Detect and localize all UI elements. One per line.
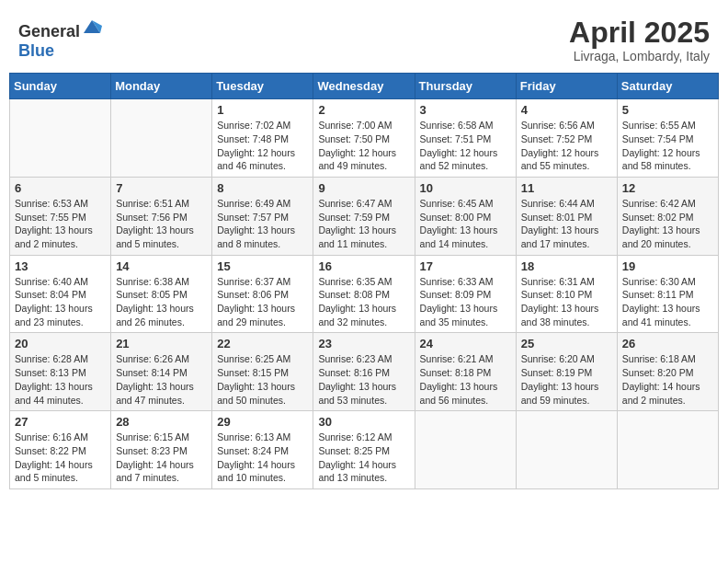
day-number: 14	[116, 259, 207, 273]
page-header: General Blue April 2025 Livraga, Lombard…	[9, 9, 719, 69]
weekday-header-row: SundayMondayTuesdayWednesdayThursdayFrid…	[10, 74, 719, 99]
day-info: Sunrise: 7:00 AM Sunset: 7:50 PM Dayligh…	[318, 119, 409, 173]
day-number: 15	[217, 259, 308, 273]
day-number: 23	[318, 337, 409, 350]
calendar-cell	[10, 99, 111, 178]
day-number: 17	[420, 259, 511, 273]
calendar-cell: 14Sunrise: 6:38 AM Sunset: 8:05 PM Dayli…	[111, 255, 212, 333]
calendar-cell: 4Sunrise: 6:56 AM Sunset: 7:52 PM Daylig…	[516, 99, 617, 178]
calendar-table: SundayMondayTuesdayWednesdayThursdayFrid…	[9, 73, 719, 489]
month-year: April 2025	[569, 17, 710, 49]
calendar-cell: 16Sunrise: 6:35 AM Sunset: 8:08 PM Dayli…	[313, 255, 415, 333]
day-info: Sunrise: 6:30 AM Sunset: 8:11 PM Dayligh…	[622, 275, 713, 329]
day-number: 25	[521, 337, 612, 350]
day-info: Sunrise: 6:23 AM Sunset: 8:16 PM Dayligh…	[318, 352, 409, 407]
calendar-cell: 5Sunrise: 6:55 AM Sunset: 7:54 PM Daylig…	[617, 99, 718, 178]
day-info: Sunrise: 6:31 AM Sunset: 8:10 PM Dayligh…	[521, 275, 612, 329]
day-info: Sunrise: 6:44 AM Sunset: 8:01 PM Dayligh…	[521, 197, 612, 251]
calendar-cell: 3Sunrise: 6:58 AM Sunset: 7:51 PM Daylig…	[415, 99, 516, 178]
calendar-cell: 30Sunrise: 6:12 AM Sunset: 8:25 PM Dayli…	[313, 411, 415, 489]
day-number: 4	[521, 103, 612, 117]
weekday-header-thursday: Thursday	[415, 74, 516, 99]
day-info: Sunrise: 6:49 AM Sunset: 7:57 PM Dayligh…	[217, 197, 308, 251]
day-number: 18	[521, 259, 612, 273]
calendar-cell: 13Sunrise: 6:40 AM Sunset: 8:04 PM Dayli…	[10, 255, 111, 333]
weekday-header-monday: Monday	[111, 74, 212, 99]
day-info: Sunrise: 6:28 AM Sunset: 8:13 PM Dayligh…	[15, 352, 106, 407]
calendar-cell	[617, 411, 718, 489]
calendar-cell: 27Sunrise: 6:16 AM Sunset: 8:22 PM Dayli…	[10, 411, 111, 489]
day-number: 9	[318, 181, 409, 195]
day-info: Sunrise: 7:02 AM Sunset: 7:48 PM Dayligh…	[217, 119, 308, 173]
day-info: Sunrise: 6:38 AM Sunset: 8:05 PM Dayligh…	[116, 275, 207, 329]
day-number: 8	[217, 181, 308, 195]
calendar-cell: 19Sunrise: 6:30 AM Sunset: 8:11 PM Dayli…	[617, 255, 718, 333]
calendar-cell: 23Sunrise: 6:23 AM Sunset: 8:16 PM Dayli…	[313, 333, 415, 411]
day-info: Sunrise: 6:18 AM Sunset: 8:20 PM Dayligh…	[622, 352, 713, 407]
day-number: 7	[116, 181, 207, 195]
day-number: 19	[622, 259, 713, 273]
day-number: 26	[622, 337, 713, 350]
calendar-cell: 9Sunrise: 6:47 AM Sunset: 7:59 PM Daylig…	[313, 177, 415, 255]
title-area: April 2025 Livraga, Lombardy, Italy	[569, 17, 710, 63]
day-info: Sunrise: 6:33 AM Sunset: 8:09 PM Dayligh…	[420, 275, 511, 329]
calendar-week-row: 13Sunrise: 6:40 AM Sunset: 8:04 PM Dayli…	[10, 255, 719, 333]
day-info: Sunrise: 6:45 AM Sunset: 8:00 PM Dayligh…	[420, 197, 511, 251]
calendar-cell: 11Sunrise: 6:44 AM Sunset: 8:01 PM Dayli…	[516, 177, 617, 255]
calendar-cell: 20Sunrise: 6:28 AM Sunset: 8:13 PM Dayli…	[10, 333, 111, 411]
day-number: 16	[318, 259, 409, 273]
calendar-cell: 6Sunrise: 6:53 AM Sunset: 7:55 PM Daylig…	[10, 177, 111, 255]
day-info: Sunrise: 6:20 AM Sunset: 8:19 PM Dayligh…	[521, 352, 612, 407]
day-number: 1	[217, 103, 308, 117]
day-info: Sunrise: 6:55 AM Sunset: 7:54 PM Dayligh…	[622, 119, 713, 173]
calendar-cell: 25Sunrise: 6:20 AM Sunset: 8:19 PM Dayli…	[516, 333, 617, 411]
calendar-cell	[516, 411, 617, 489]
calendar-cell: 10Sunrise: 6:45 AM Sunset: 8:00 PM Dayli…	[415, 177, 516, 255]
calendar-cell: 21Sunrise: 6:26 AM Sunset: 8:14 PM Dayli…	[111, 333, 212, 411]
day-info: Sunrise: 6:40 AM Sunset: 8:04 PM Dayligh…	[15, 275, 106, 329]
day-info: Sunrise: 6:16 AM Sunset: 8:22 PM Dayligh…	[15, 431, 106, 485]
calendar-week-row: 6Sunrise: 6:53 AM Sunset: 7:55 PM Daylig…	[10, 177, 719, 255]
day-number: 21	[116, 337, 207, 350]
calendar-cell	[415, 411, 516, 489]
day-info: Sunrise: 6:12 AM Sunset: 8:25 PM Dayligh…	[318, 431, 409, 485]
day-info: Sunrise: 6:35 AM Sunset: 8:08 PM Dayligh…	[318, 275, 409, 329]
calendar-cell: 1Sunrise: 7:02 AM Sunset: 7:48 PM Daylig…	[212, 99, 313, 178]
day-number: 20	[15, 337, 106, 350]
day-info: Sunrise: 6:15 AM Sunset: 8:23 PM Dayligh…	[116, 431, 207, 485]
day-info: Sunrise: 6:21 AM Sunset: 8:18 PM Dayligh…	[420, 352, 511, 407]
day-number: 10	[420, 181, 511, 195]
weekday-header-friday: Friday	[516, 74, 617, 99]
calendar-cell: 26Sunrise: 6:18 AM Sunset: 8:20 PM Dayli…	[617, 333, 718, 411]
day-info: Sunrise: 6:37 AM Sunset: 8:06 PM Dayligh…	[217, 275, 308, 329]
calendar-cell: 22Sunrise: 6:25 AM Sunset: 8:15 PM Dayli…	[212, 333, 313, 411]
day-number: 3	[420, 103, 511, 117]
calendar-week-row: 1Sunrise: 7:02 AM Sunset: 7:48 PM Daylig…	[10, 99, 719, 178]
calendar-cell: 29Sunrise: 6:13 AM Sunset: 8:24 PM Dayli…	[212, 411, 313, 489]
day-number: 6	[15, 181, 106, 195]
weekday-header-wednesday: Wednesday	[313, 74, 415, 99]
day-info: Sunrise: 6:42 AM Sunset: 8:02 PM Dayligh…	[622, 197, 713, 251]
calendar-cell: 17Sunrise: 6:33 AM Sunset: 8:09 PM Dayli…	[415, 255, 516, 333]
day-info: Sunrise: 6:13 AM Sunset: 8:24 PM Dayligh…	[217, 431, 308, 485]
day-info: Sunrise: 6:58 AM Sunset: 7:51 PM Dayligh…	[420, 119, 511, 173]
day-number: 11	[521, 181, 612, 195]
location: Livraga, Lombardy, Italy	[569, 49, 710, 63]
day-info: Sunrise: 6:51 AM Sunset: 7:56 PM Dayligh…	[116, 197, 207, 251]
day-number: 28	[116, 415, 207, 429]
weekday-header-sunday: Sunday	[10, 74, 111, 99]
calendar-cell: 18Sunrise: 6:31 AM Sunset: 8:10 PM Dayli…	[516, 255, 617, 333]
day-number: 29	[217, 415, 308, 429]
calendar-cell: 7Sunrise: 6:51 AM Sunset: 7:56 PM Daylig…	[111, 177, 212, 255]
day-info: Sunrise: 6:26 AM Sunset: 8:14 PM Dayligh…	[116, 352, 207, 407]
logo-blue: Blue	[18, 41, 54, 60]
calendar-cell: 28Sunrise: 6:15 AM Sunset: 8:23 PM Dayli…	[111, 411, 212, 489]
logo-general: General	[18, 22, 80, 40]
logo: General Blue	[18, 17, 102, 61]
day-number: 12	[622, 181, 713, 195]
weekday-header-saturday: Saturday	[617, 74, 718, 99]
day-info: Sunrise: 6:53 AM Sunset: 7:55 PM Dayligh…	[15, 197, 106, 251]
calendar-cell: 15Sunrise: 6:37 AM Sunset: 8:06 PM Dayli…	[212, 255, 313, 333]
day-number: 30	[318, 415, 409, 429]
day-number: 22	[217, 337, 308, 350]
